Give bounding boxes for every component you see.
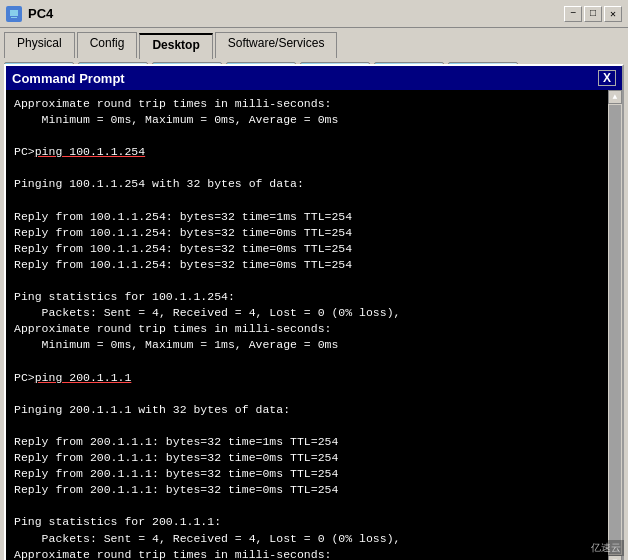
terminal-line: Reply from 200.1.1.1: bytes=32 time=0ms … (14, 466, 600, 482)
tab-physical[interactable]: Physical (4, 32, 75, 58)
svg-rect-1 (10, 10, 18, 16)
terminal-line: Reply from 100.1.1.254: bytes=32 time=1m… (14, 209, 600, 225)
terminal-line: Ping statistics for 100.1.1.254: (14, 289, 600, 305)
minimize-button[interactable]: − (564, 6, 582, 22)
terminal-line (14, 273, 600, 289)
terminal-line: Reply from 200.1.1.1: bytes=32 time=1ms … (14, 434, 600, 450)
cmd-close-button[interactable]: X (598, 70, 616, 86)
tab-bar: Physical Config Desktop Software/Service… (0, 28, 628, 58)
terminal-line (14, 128, 600, 144)
terminal-line: Minimum = 0ms, Maximum = 0ms, Average = … (14, 112, 600, 128)
terminal-line: Packets: Sent = 4, Received = 4, Lost = … (14, 305, 600, 321)
terminal-line: Pinging 100.1.1.254 with 32 bytes of dat… (14, 176, 600, 192)
terminal-line: Pinging 200.1.1.1 with 32 bytes of data: (14, 402, 600, 418)
title-controls: − □ ✕ (564, 6, 622, 22)
terminal-line: Approximate round trip times in milli-se… (14, 96, 600, 112)
scrollbar[interactable]: ▲ ▼ (608, 90, 622, 560)
command-prompt-window: Command Prompt X Approximate round trip … (4, 64, 624, 560)
scroll-thumb[interactable] (609, 105, 621, 554)
window-icon (6, 6, 22, 22)
terminal-line (14, 354, 600, 370)
terminal-line (14, 386, 600, 402)
terminal-line (14, 498, 600, 514)
terminal-line: Minimum = 0ms, Maximum = 1ms, Average = … (14, 337, 600, 353)
scroll-up-button[interactable]: ▲ (608, 90, 622, 104)
cmd-title: Command Prompt (12, 71, 125, 86)
main-area: Command Prompt X Approximate round trip … (0, 58, 628, 560)
terminal-line: Reply from 200.1.1.1: bytes=32 time=0ms … (14, 450, 600, 466)
tab-desktop[interactable]: Desktop (139, 33, 212, 59)
terminal-line: Reply from 100.1.1.254: bytes=32 time=0m… (14, 241, 600, 257)
terminal-line: Ping statistics for 200.1.1.1: (14, 514, 600, 530)
svg-rect-2 (11, 17, 17, 18)
tab-config[interactable]: Config (77, 32, 138, 58)
terminal-line: Reply from 200.1.1.1: bytes=32 time=0ms … (14, 482, 600, 498)
cmd-title-bar: Command Prompt X (6, 66, 622, 90)
terminal-line (14, 160, 600, 176)
window-title: PC4 (28, 6, 53, 21)
title-bar-left: PC4 (6, 6, 53, 22)
terminal-line (14, 418, 600, 434)
terminal-line: Packets: Sent = 4, Received = 4, Lost = … (14, 531, 600, 547)
terminal-line: Reply from 100.1.1.254: bytes=32 time=0m… (14, 257, 600, 273)
terminal-line: Approximate round trip times in milli-se… (14, 547, 600, 560)
cmd-content[interactable]: Approximate round trip times in milli-se… (6, 90, 622, 560)
close-button[interactable]: ✕ (604, 6, 622, 22)
watermark: 亿速云 (588, 540, 624, 556)
title-bar: PC4 − □ ✕ (0, 0, 628, 28)
terminal-line: Approximate round trip times in milli-se… (14, 321, 600, 337)
terminal-line: Reply from 100.1.1.254: bytes=32 time=0m… (14, 225, 600, 241)
maximize-button[interactable]: □ (584, 6, 602, 22)
terminal-line (14, 193, 600, 209)
terminal-line: PC>ping 200.1.1.1 (14, 370, 600, 386)
tab-software-services[interactable]: Software/Services (215, 32, 338, 58)
terminal-line: PC>ping 100.1.1.254 (14, 144, 600, 160)
